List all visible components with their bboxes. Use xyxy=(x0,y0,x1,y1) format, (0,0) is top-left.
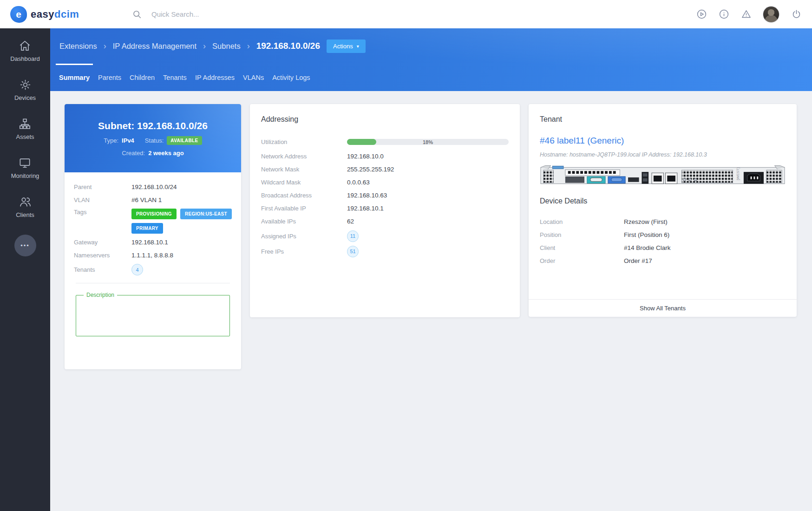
sidebar-item-dashboard[interactable]: Dashboard xyxy=(10,39,40,62)
row-value: 192.168.10.0/24 xyxy=(131,183,177,190)
row-value: #14 Brodie Clark xyxy=(624,244,671,251)
tenants-row: Tenants 4 xyxy=(74,264,232,275)
sidebar-item-label: Assets xyxy=(16,133,34,140)
power-icon[interactable] xyxy=(791,9,802,20)
row-label: Location xyxy=(540,218,624,225)
row-label: Client xyxy=(540,244,624,251)
row-value: 192.168.10.63 xyxy=(347,192,387,199)
sidebar-item-label: Monitoring xyxy=(11,172,39,179)
location-row: Location Rzeszow (First) xyxy=(540,217,786,226)
row-value: 0.0.0.63 xyxy=(347,179,370,186)
sitemap-icon xyxy=(19,118,31,130)
divider xyxy=(76,283,230,283)
sidebar-item-monitoring[interactable]: Monitoring xyxy=(11,157,39,179)
quick-search xyxy=(132,9,696,20)
tab-tenants[interactable]: Tenants xyxy=(159,64,191,91)
addressing-title: Addressing xyxy=(261,115,509,124)
tab-parents[interactable]: Parents xyxy=(94,64,125,91)
brand-logo[interactable]: e easydcim xyxy=(10,6,103,23)
monitor-icon xyxy=(19,157,31,169)
easydcim-logo-icon: e xyxy=(10,6,27,23)
actions-button-label: Actions xyxy=(333,43,353,50)
addressing-card: Addressing Utilization 18% Network Addre… xyxy=(250,104,520,317)
breadcrumb-subnets[interactable]: Subnets xyxy=(212,42,241,51)
created-label: Created: xyxy=(122,150,145,157)
subnet-title: Subnet: 192.168.10.0/26 xyxy=(98,120,208,131)
type-label: Type: xyxy=(104,137,118,144)
row-value: 192.168.10.1 xyxy=(131,239,168,246)
row-label: Nameservers xyxy=(74,252,131,259)
gear-icon xyxy=(19,79,32,91)
breadcrumb: Extensions › IP Address Management › Sub… xyxy=(50,28,812,64)
row-label: Assigned IPs xyxy=(261,233,347,240)
sidebar-item-devices[interactable]: Devices xyxy=(14,79,36,101)
row-label: Parent xyxy=(74,183,131,190)
wildcard-mask-row: Wildcard Mask 0.0.0.63 xyxy=(261,178,509,187)
row-value: 192.168.10.0 xyxy=(347,153,384,160)
show-all-tenants-link[interactable]: Show All Tenants xyxy=(529,299,797,317)
row-label: Position xyxy=(540,231,624,238)
nameservers-row: Nameservers 1.1.1.1, 8.8.8.8 xyxy=(74,251,232,260)
vlan-row: VLAN #6 VLAN 1 xyxy=(74,196,232,204)
row-value: 255.255.255.192 xyxy=(347,166,394,173)
topbar: e easydcim xyxy=(0,0,812,28)
position-row: Position First (Position 6) xyxy=(540,230,786,239)
free-ips-badge: 51 xyxy=(347,246,359,257)
wordmark-dcim: dcim xyxy=(54,8,79,20)
tab-activity-logs[interactable]: Activity Logs xyxy=(268,64,314,91)
tenant-device-meta: Hostname: hostname-JQ8TP-199.local IP Ad… xyxy=(540,151,786,158)
tab-summary[interactable]: Summary xyxy=(55,64,94,91)
breadcrumb-current-subnet: 192.168.10.0/26 xyxy=(256,41,320,51)
order-row: Order Order #17 xyxy=(540,256,786,265)
tenants-count-badge: 4 xyxy=(131,264,143,275)
svg-text:[WEST]: [WEST] xyxy=(736,168,740,180)
warning-icon[interactable] xyxy=(740,9,752,20)
row-label: Network Address xyxy=(261,153,347,160)
parent-row: Parent 192.168.10.0/24 xyxy=(74,183,232,191)
row-value: Order #17 xyxy=(624,257,652,264)
sidebar-item-assets[interactable]: Assets xyxy=(16,118,34,140)
breadcrumb-ip-address-management[interactable]: IP Address Management xyxy=(113,42,196,51)
row-value: #6 VLAN 1 xyxy=(131,197,162,203)
tenant-device-link[interactable]: #46 label11 (Generic) xyxy=(540,136,786,146)
breadcrumb-separator: › xyxy=(203,41,206,51)
row-label: Order xyxy=(540,257,624,264)
assigned-ips-badge: 11 xyxy=(347,230,359,242)
row-label: Available IPs xyxy=(261,218,347,225)
row-value: First (Position 6) xyxy=(624,231,669,238)
play-circle-icon[interactable] xyxy=(696,9,707,20)
gateway-row: Gateway 192.168.10.1 xyxy=(74,238,232,247)
subnet-created: Created: 2 weeks ago xyxy=(122,150,183,157)
tag-provisioning: PROVISIONING xyxy=(131,209,177,219)
tab-ip-addresses[interactable]: IP Addresses xyxy=(191,64,239,91)
row-label: Tenants xyxy=(74,266,131,273)
actions-button[interactable]: Actions ▾ xyxy=(327,39,366,53)
tab-children[interactable]: Children xyxy=(125,64,159,91)
description-box: Description xyxy=(76,292,230,336)
search-input[interactable] xyxy=(151,10,347,18)
status-label: Status: xyxy=(145,137,164,144)
tag-primary: PRIMARY xyxy=(131,223,163,234)
sidebar-item-clients[interactable]: Clients xyxy=(16,196,34,218)
search-icon xyxy=(132,9,142,20)
tags-list: PROVISIONING REGION:US-EAST PRIMARY xyxy=(131,209,232,234)
broadcast-address-row: Broadcast Address 192.168.10.63 xyxy=(261,191,509,200)
sidebar-more-button[interactable]: ••• xyxy=(14,235,36,256)
main-area: Extensions › IP Address Management › Sub… xyxy=(50,28,812,511)
info-icon[interactable] xyxy=(718,9,729,20)
tab-vlans[interactable]: VLANs xyxy=(239,64,268,91)
description-label: Description xyxy=(84,292,117,298)
sidebar-item-label: Dashboard xyxy=(10,55,40,62)
tenant-title: Tenant xyxy=(540,115,786,124)
row-value: 192.168.10.1 xyxy=(347,205,384,212)
utilization-percent: 18% xyxy=(347,139,509,145)
utilization-row: Utilization 18% xyxy=(261,138,509,146)
subnet-details: Parent 192.168.10.0/24 VLAN #6 VLAN 1 Ta… xyxy=(65,172,241,336)
row-label: First Available IP xyxy=(261,205,347,212)
user-avatar[interactable] xyxy=(763,6,779,23)
row-label: Free IPs xyxy=(261,248,347,255)
breadcrumb-extensions[interactable]: Extensions xyxy=(59,42,97,51)
device-details-title: Device Details xyxy=(540,197,786,205)
row-value: 62 xyxy=(347,218,354,225)
created-value: 2 weeks ago xyxy=(148,150,184,157)
